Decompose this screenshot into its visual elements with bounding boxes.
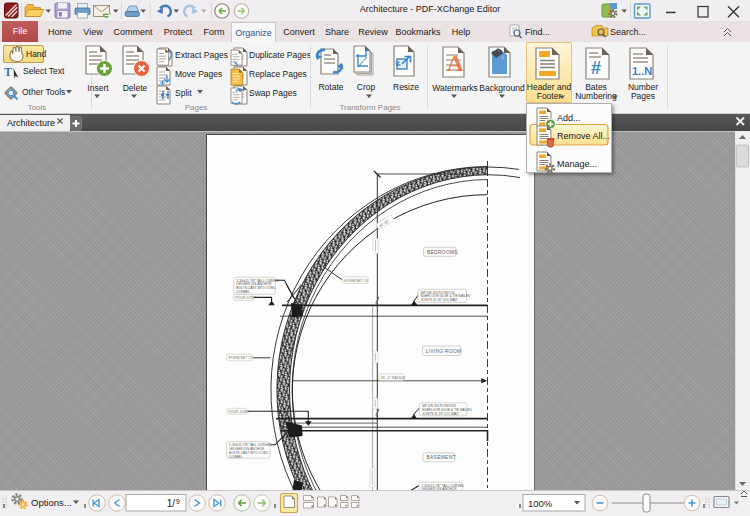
svg-text:CORBEL: CORBEL: [236, 290, 250, 294]
svg-text:Remove All...: Remove All...: [557, 131, 610, 141]
svg-text:Find...: Find...: [525, 27, 550, 37]
svg-text:9: 9: [176, 497, 180, 506]
svg-text:BEDROOMS: BEDROOMS: [427, 250, 458, 255]
svg-text:T: T: [4, 65, 12, 79]
svg-text:POUR JOINT: POUR JOINT: [235, 296, 256, 300]
svg-text:16'- 0" RADIUS: 16'- 0" RADIUS: [381, 376, 406, 380]
svg-text:FORM SET #3: FORM SET #3: [344, 279, 368, 283]
svg-text:#: #: [591, 58, 601, 78]
svg-text:Search...: Search...: [610, 27, 646, 37]
svg-text:JOISTS @ 16" (OC MAX: JOISTS @ 16" (OC MAX: [421, 298, 458, 302]
svg-text:FORM SET #2: FORM SET #2: [229, 356, 253, 360]
svg-text:JOISTS @ 16" (OC MAX: JOISTS @ 16" (OC MAX: [422, 412, 459, 416]
svg-text:A: A: [447, 50, 465, 76]
svg-text:100%: 100%: [528, 498, 553, 509]
svg-text:Options...: Options...: [31, 497, 72, 508]
svg-text:POUR JOINT: POUR JOINT: [229, 410, 250, 414]
svg-text:Add...: Add...: [557, 113, 581, 123]
svg-text:1/: 1/: [167, 498, 176, 509]
svg-text:1..N: 1..N: [632, 65, 652, 77]
svg-text:BASEMENT: BASEMENT: [427, 455, 456, 460]
svg-text:Manage...: Manage...: [557, 159, 597, 169]
svg-text:LIVING ROOM: LIVING ROOM: [426, 349, 462, 354]
svg-text:CORBEL: CORBEL: [229, 455, 243, 459]
